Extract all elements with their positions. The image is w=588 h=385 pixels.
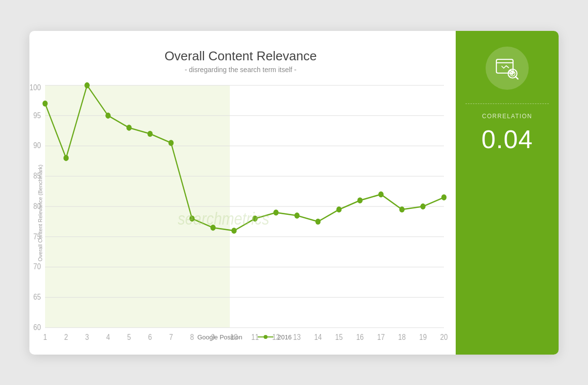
sidebar-icon-wrap <box>486 47 529 90</box>
svg-point-43 <box>126 125 132 130</box>
correlation-label: CORRELATION <box>482 113 532 120</box>
svg-point-41 <box>84 82 90 88</box>
chart-section: Overall Content Relevance - disregarding… <box>29 31 456 355</box>
chart-plot: 60 65 70 75 80 85 90 95 100 1 2 3 <box>45 85 444 328</box>
chart-area: Overall Content Relevance (Benchmark) <box>37 85 444 341</box>
svg-text:100: 100 <box>29 82 41 91</box>
svg-point-54 <box>357 197 363 203</box>
svg-text:95: 95 <box>33 110 41 119</box>
svg-text:14: 14 <box>314 332 321 341</box>
svg-text:20: 20 <box>440 332 447 341</box>
chart-title: Overall Content Relevance <box>37 49 444 64</box>
svg-text:85: 85 <box>33 171 41 180</box>
svg-point-40 <box>63 155 69 161</box>
legend-line-2016 <box>258 336 273 337</box>
svg-text:6: 6 <box>148 332 152 341</box>
svg-text:16: 16 <box>356 332 364 341</box>
svg-line-63 <box>515 77 518 79</box>
search-analytics-icon <box>494 55 520 81</box>
svg-text:5: 5 <box>127 332 131 341</box>
svg-text:9: 9 <box>211 332 215 341</box>
svg-text:4: 4 <box>106 332 110 341</box>
svg-text:13: 13 <box>293 332 300 341</box>
svg-point-39 <box>43 100 48 106</box>
svg-point-48 <box>231 228 237 233</box>
svg-text:2: 2 <box>64 332 68 341</box>
svg-text:18: 18 <box>398 332 406 341</box>
svg-text:90: 90 <box>33 141 41 150</box>
svg-text:70: 70 <box>33 262 41 271</box>
svg-text:15: 15 <box>335 332 343 341</box>
svg-text:17: 17 <box>377 332 385 341</box>
svg-text:19: 19 <box>419 332 426 341</box>
svg-point-50 <box>273 209 279 215</box>
svg-point-51 <box>294 212 300 218</box>
svg-text:searchmetrics: searchmetrics <box>178 209 270 228</box>
svg-text:8: 8 <box>190 332 194 341</box>
svg-text:10: 10 <box>230 332 238 341</box>
svg-point-56 <box>399 206 405 212</box>
correlation-value: 0.04 <box>481 125 533 154</box>
svg-point-57 <box>420 203 426 209</box>
svg-point-52 <box>316 218 321 224</box>
svg-point-55 <box>378 191 384 197</box>
svg-text:1: 1 <box>43 332 47 341</box>
chart-inner: 60 65 70 75 80 85 90 95 100 1 2 3 <box>45 85 444 341</box>
sidebar-divider <box>466 103 549 104</box>
y-axis-label: Overall Content Relevance (Benchmark) <box>37 85 43 341</box>
svg-point-42 <box>105 112 111 118</box>
chart-svg: 60 65 70 75 80 85 90 95 100 1 2 3 <box>45 85 444 328</box>
svg-text:80: 80 <box>33 201 41 210</box>
svg-point-45 <box>169 140 174 146</box>
svg-text:65: 65 <box>33 292 41 301</box>
svg-text:60: 60 <box>33 322 41 331</box>
card: Overall Content Relevance - disregarding… <box>29 31 559 355</box>
svg-point-58 <box>441 194 447 200</box>
chart-subtitle: - disregarding the search term itself - <box>37 66 444 74</box>
svg-rect-60 <box>496 59 513 73</box>
sidebar: CORRELATION 0.04 <box>456 31 559 355</box>
svg-text:75: 75 <box>33 231 41 240</box>
svg-point-53 <box>336 206 342 212</box>
svg-text:7: 7 <box>169 332 173 341</box>
svg-text:3: 3 <box>85 332 89 341</box>
svg-point-44 <box>147 130 153 136</box>
